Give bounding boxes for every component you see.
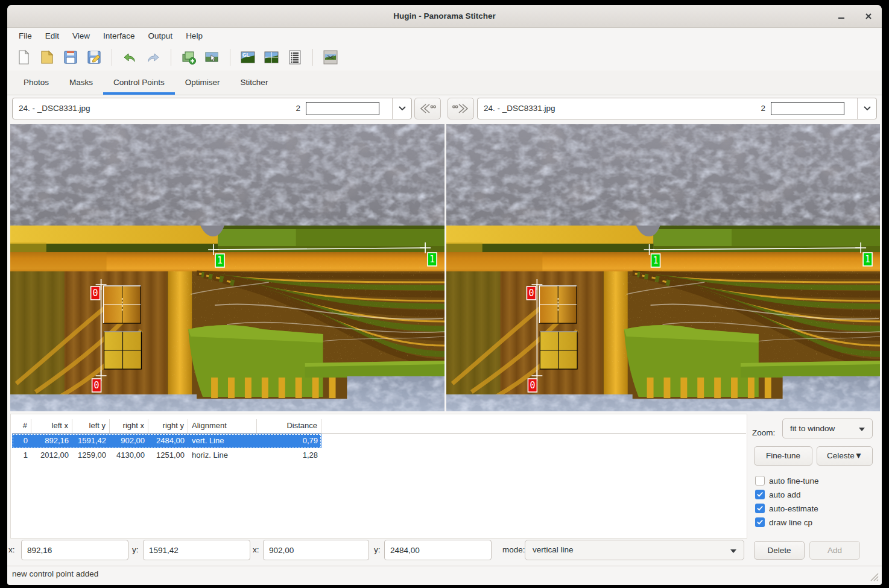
toolbar-separator bbox=[312, 49, 313, 66]
auto-add-checkbox[interactable] bbox=[755, 490, 765, 499]
right-y-input[interactable] bbox=[384, 540, 492, 560]
panorama-preview-icon bbox=[323, 49, 338, 65]
mode-dropdown-value: vertical line bbox=[533, 540, 574, 560]
minimize-button[interactable] bbox=[834, 9, 849, 24]
checkmark-icon bbox=[756, 491, 764, 498]
left-image-progress-bar bbox=[306, 102, 379, 115]
menu-view[interactable]: View bbox=[66, 28, 96, 44]
new-project-button[interactable] bbox=[13, 47, 34, 68]
menu-interface[interactable]: Interface bbox=[96, 28, 142, 44]
dropdown-arrow-icon bbox=[730, 549, 736, 553]
header-right-y[interactable]: right y bbox=[148, 419, 188, 433]
resize-grip[interactable] bbox=[867, 570, 879, 584]
toolbar: GL bbox=[7, 44, 882, 71]
auto-add-row[interactable]: auto add bbox=[755, 489, 801, 500]
right-photo-pane[interactable] bbox=[446, 124, 880, 411]
menu-output[interactable]: Output bbox=[142, 28, 180, 44]
preview-button[interactable] bbox=[261, 47, 282, 68]
previous-image-pair-button[interactable] bbox=[414, 98, 441, 119]
cp-table-row-1[interactable]: 1 2012,00 1259,00 4130,00 1251,00 horiz.… bbox=[12, 448, 321, 463]
auto-fine-tune-row[interactable]: auto fine-tune bbox=[755, 475, 819, 486]
header-alignment[interactable]: Alignment bbox=[188, 419, 257, 433]
statusbar-text: new control point added bbox=[12, 569, 98, 578]
save-icon bbox=[63, 49, 78, 65]
gl-preview-button[interactable]: GL bbox=[238, 47, 258, 68]
menu-help[interactable]: Help bbox=[179, 28, 209, 44]
gl-preview-icon: GL bbox=[240, 49, 256, 65]
undo-button[interactable] bbox=[119, 47, 140, 68]
tab-control-points[interactable]: Control Points bbox=[103, 71, 175, 95]
row0-right-y: 2484,00 bbox=[148, 434, 188, 448]
row1-alignment: horiz. Line bbox=[188, 448, 257, 463]
right-image-filename: 24. - _DSC8331.jpg bbox=[484, 98, 555, 119]
open-project-button[interactable] bbox=[37, 47, 57, 68]
celeste-button[interactable]: Celeste▼ bbox=[817, 446, 873, 466]
toolbar-separator bbox=[171, 49, 171, 66]
redo-icon bbox=[145, 49, 161, 65]
chevron-down-icon bbox=[398, 105, 407, 112]
row1-right-x: 4130,00 bbox=[110, 448, 148, 463]
draw-line-cp-checkbox[interactable] bbox=[755, 517, 765, 527]
menubar: File Edit View Interface Output Help bbox=[7, 28, 882, 44]
left-x-input[interactable] bbox=[21, 540, 128, 560]
add-time-series-button[interactable] bbox=[202, 47, 223, 68]
tab-optimiser[interactable]: Optimiser bbox=[175, 71, 230, 95]
menu-file[interactable]: File bbox=[12, 28, 39, 44]
left-image-selector[interactable]: 24. - _DSC8331.jpg 2 bbox=[12, 98, 412, 119]
draw-line-cp-row[interactable]: draw line cp bbox=[755, 517, 812, 528]
add-images-button[interactable] bbox=[179, 47, 199, 68]
preview-panorama-button[interactable] bbox=[320, 47, 341, 68]
fine-tune-button[interactable]: Fine-tune bbox=[754, 446, 812, 466]
left-y-input[interactable] bbox=[143, 540, 250, 560]
open-document-icon bbox=[39, 49, 55, 65]
checkmark-icon bbox=[756, 519, 764, 526]
mode-label: mode: bbox=[502, 540, 525, 560]
redo-button[interactable] bbox=[143, 47, 163, 68]
auto-fine-tune-label: auto fine-tune bbox=[769, 476, 819, 485]
right-selector-dropdown-button[interactable] bbox=[857, 98, 876, 119]
header-num[interactable]: # bbox=[12, 419, 31, 433]
row0-distance: 0,79 bbox=[257, 434, 321, 448]
add-button[interactable]: Add bbox=[809, 541, 860, 560]
hugin-window: Hugin - Panorama Stitcher File Edit View… bbox=[7, 5, 882, 585]
cp-table-header[interactable]: # left x left y right x right y Alignmen… bbox=[12, 419, 321, 433]
row0-alignment: vert. Line bbox=[188, 434, 257, 448]
header-right-x[interactable]: right x bbox=[110, 419, 148, 433]
mode-dropdown[interactable]: vertical line bbox=[525, 540, 744, 560]
header-distance[interactable]: Distance bbox=[257, 419, 321, 433]
auto-fine-tune-checkbox[interactable] bbox=[755, 476, 765, 485]
delete-button[interactable]: Delete bbox=[754, 541, 805, 560]
save-as-button[interactable] bbox=[84, 47, 104, 68]
row1-right-y: 1251,00 bbox=[148, 448, 188, 463]
show-control-points-button[interactable] bbox=[285, 47, 305, 68]
next-pair-icon bbox=[452, 101, 470, 116]
row1-left-y: 1259,00 bbox=[72, 448, 110, 463]
close-button[interactable] bbox=[861, 9, 876, 24]
auto-estimate-checkbox[interactable] bbox=[755, 504, 765, 513]
draw-line-cp-label: draw line cp bbox=[769, 518, 812, 527]
previous-pair-icon bbox=[419, 101, 437, 116]
right-image-selector[interactable]: 24. - _DSC8331.jpg 2 bbox=[477, 98, 877, 119]
tab-masks[interactable]: Masks bbox=[59, 71, 103, 95]
right-image-cp-count: 2 bbox=[747, 98, 765, 119]
right-x-input[interactable] bbox=[263, 540, 369, 560]
cp-table-row-0[interactable]: 0 892,16 1591,42 902,00 2484,00 vert. Li… bbox=[12, 434, 321, 448]
auto-estimate-row[interactable]: auto-estimate bbox=[755, 503, 818, 514]
save-as-icon bbox=[86, 49, 102, 65]
next-image-pair-button[interactable] bbox=[448, 98, 474, 119]
right-y-label: y: bbox=[374, 540, 381, 560]
window-title: Hugin - Panorama Stitcher bbox=[7, 5, 882, 28]
add-images-icon bbox=[181, 49, 197, 65]
menu-edit[interactable]: Edit bbox=[39, 28, 66, 44]
left-photo-pane[interactable] bbox=[10, 124, 444, 411]
header-left-y[interactable]: left y bbox=[72, 419, 110, 433]
tab-stitcher[interactable]: Stitcher bbox=[230, 71, 279, 95]
zoom-dropdown[interactable]: fit to window bbox=[782, 419, 873, 438]
save-project-button[interactable] bbox=[60, 47, 81, 68]
titlebar[interactable]: Hugin - Panorama Stitcher bbox=[7, 5, 882, 28]
header-left-x[interactable]: left x bbox=[31, 419, 72, 433]
undo-icon bbox=[122, 49, 138, 65]
tab-photos[interactable]: Photos bbox=[13, 71, 59, 95]
left-y-label: y: bbox=[132, 540, 139, 560]
left-selector-dropdown-button[interactable] bbox=[392, 98, 411, 119]
